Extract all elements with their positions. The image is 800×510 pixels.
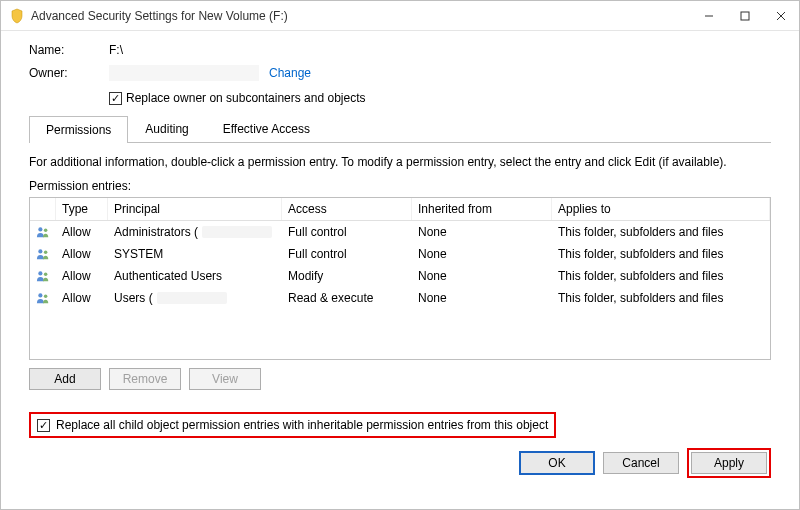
table-row[interactable]: AllowUsers (Read & executeNoneThis folde… (30, 287, 770, 309)
cell-applies: This folder, subfolders and files (552, 223, 770, 241)
apply-highlight: Apply (687, 448, 771, 478)
tab-auditing[interactable]: Auditing (128, 115, 205, 142)
svg-point-7 (44, 251, 48, 255)
blurred-text (202, 226, 272, 238)
users-icon (30, 223, 56, 241)
table-body: AllowAdministrators (Full controlNoneThi… (30, 221, 770, 309)
cell-type: Allow (56, 245, 108, 263)
close-button[interactable] (763, 2, 799, 30)
cell-principal: SYSTEM (108, 245, 282, 263)
security-settings-window: Advanced Security Settings for New Volum… (0, 0, 800, 510)
replace-owner-row: Replace owner on subcontainers and objec… (109, 91, 771, 105)
col-access[interactable]: Access (282, 198, 412, 220)
cell-access: Read & execute (282, 289, 412, 307)
users-icon (30, 245, 56, 263)
cell-access: Modify (282, 267, 412, 285)
svg-point-9 (44, 273, 48, 277)
ok-button[interactable]: OK (519, 451, 595, 475)
replace-child-row: Replace all child object permission entr… (29, 412, 556, 438)
titlebar: Advanced Security Settings for New Volum… (1, 1, 799, 31)
view-button: View (189, 368, 261, 390)
cell-type: Allow (56, 267, 108, 285)
maximize-button[interactable] (727, 2, 763, 30)
cell-inherited: None (412, 289, 552, 307)
table-header: Type Principal Access Inherited from App… (30, 198, 770, 221)
svg-point-5 (44, 229, 48, 233)
table-pad (30, 309, 770, 359)
cell-principal: Authenticated Users (108, 267, 282, 285)
svg-point-11 (44, 295, 48, 299)
remove-button: Remove (109, 368, 181, 390)
table-row[interactable]: AllowAuthenticated UsersModifyNoneThis f… (30, 265, 770, 287)
col-principal[interactable]: Principal (108, 198, 282, 220)
tab-effective-access[interactable]: Effective Access (206, 115, 327, 142)
cell-principal: Users ( (108, 289, 282, 307)
permissions-table: Type Principal Access Inherited from App… (29, 197, 771, 360)
minimize-button[interactable] (691, 2, 727, 30)
svg-point-4 (38, 227, 42, 231)
cell-applies: This folder, subfolders and files (552, 245, 770, 263)
cancel-button[interactable]: Cancel (603, 452, 679, 474)
owner-value (109, 65, 259, 81)
table-row[interactable]: AllowAdministrators (Full controlNoneThi… (30, 221, 770, 243)
svg-point-6 (38, 249, 42, 253)
name-value: F:\ (109, 43, 123, 57)
svg-point-8 (38, 271, 42, 275)
blurred-text (157, 292, 227, 304)
footer-buttons: OK Cancel Apply (29, 448, 771, 478)
users-icon (30, 289, 56, 307)
users-icon (30, 267, 56, 285)
replace-owner-checkbox[interactable] (109, 92, 122, 105)
owner-row: Owner: Change (29, 65, 771, 81)
col-inherited[interactable]: Inherited from (412, 198, 552, 220)
cell-applies: This folder, subfolders and files (552, 267, 770, 285)
replace-child-checkbox[interactable] (37, 419, 50, 432)
info-text: For additional information, double-click… (29, 155, 771, 169)
owner-label: Owner: (29, 66, 109, 80)
col-type[interactable]: Type (56, 198, 108, 220)
tabs: Permissions Auditing Effective Access (29, 115, 771, 143)
content-area: Name: F:\ Owner: Change Replace owner on… (1, 31, 799, 509)
window-title: Advanced Security Settings for New Volum… (31, 9, 691, 23)
cell-principal: Administrators ( (108, 223, 282, 241)
entry-buttons: Add Remove View (29, 368, 771, 390)
col-icon[interactable] (30, 198, 56, 220)
cell-access: Full control (282, 223, 412, 241)
svg-point-10 (38, 293, 42, 297)
entries-label: Permission entries: (29, 179, 771, 193)
apply-button[interactable]: Apply (691, 452, 767, 474)
name-row: Name: F:\ (29, 43, 771, 57)
svg-rect-1 (741, 12, 749, 20)
cell-inherited: None (412, 223, 552, 241)
shield-icon (9, 8, 25, 24)
add-button[interactable]: Add (29, 368, 101, 390)
name-label: Name: (29, 43, 109, 57)
col-applies[interactable]: Applies to (552, 198, 770, 220)
replace-child-label: Replace all child object permission entr… (56, 418, 548, 432)
tab-permissions[interactable]: Permissions (29, 116, 128, 143)
table-row[interactable]: AllowSYSTEMFull controlNoneThis folder, … (30, 243, 770, 265)
cell-type: Allow (56, 289, 108, 307)
change-owner-link[interactable]: Change (269, 66, 311, 80)
cell-inherited: None (412, 245, 552, 263)
cell-inherited: None (412, 267, 552, 285)
replace-owner-label: Replace owner on subcontainers and objec… (126, 91, 365, 105)
cell-access: Full control (282, 245, 412, 263)
cell-type: Allow (56, 223, 108, 241)
cell-applies: This folder, subfolders and files (552, 289, 770, 307)
